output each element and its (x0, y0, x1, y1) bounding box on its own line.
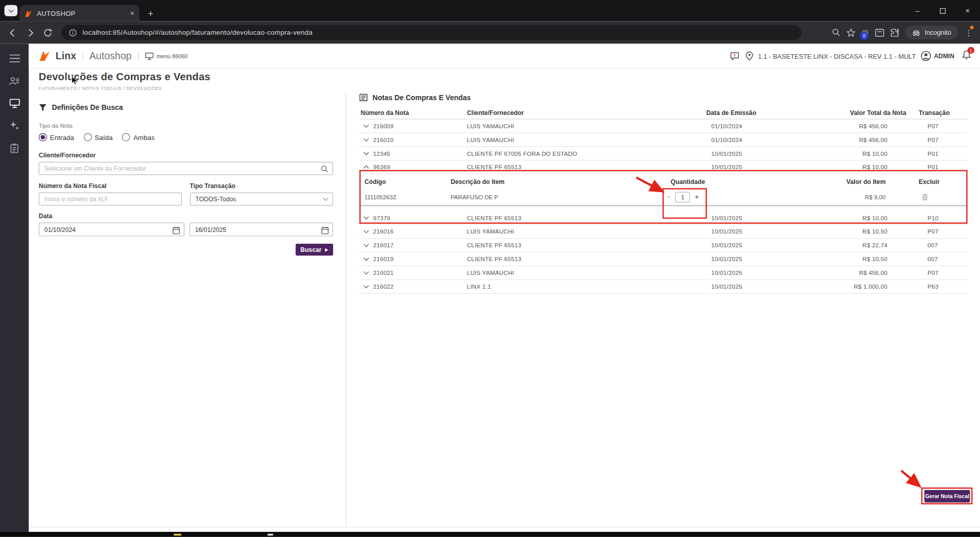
radio-ambas[interactable]: Ambas (122, 133, 155, 142)
col-data: Data de Emissão (706, 109, 850, 116)
radio-entrada-label: Entrada (50, 133, 74, 141)
bookmark-star-icon[interactable] (847, 28, 856, 37)
extension-with-badge-icon[interactable]: 0 (861, 29, 870, 37)
date-start-input[interactable] (39, 223, 184, 236)
annotation-box-quantity (663, 188, 707, 219)
location-pin-icon[interactable] (745, 51, 753, 60)
cell-valor: R$ 22,74 (850, 242, 919, 248)
cell-numero: 216022 (373, 283, 393, 290)
cell-valor: R$ 10,00 (850, 150, 919, 157)
rows-top: 216009 LUIS YAMAUCHI 01/10/2024 R$ 456,0… (359, 120, 967, 161)
radio-entrada[interactable]: Entrada (39, 133, 74, 142)
radio-unselected-icon[interactable] (122, 133, 130, 142)
table-row[interactable]: 216022 LINX 1.1 10/01/2025 R$ 1.000,00 P… (359, 280, 967, 294)
chevron-down-icon (8, 7, 13, 12)
hamburger-menu-icon[interactable] (5, 51, 24, 65)
cell-numero: 216010 (373, 136, 393, 143)
chevron-down-icon[interactable] (364, 269, 369, 274)
play-icon (325, 248, 329, 251)
linx-logo (39, 50, 51, 62)
transacao-label: Tipo Transação (190, 182, 333, 189)
taskbar-item (268, 534, 273, 536)
col-valor: Valor Total da Nota (850, 109, 919, 116)
window-close-button[interactable]: × (955, 0, 980, 21)
three-dots: ⋮ (965, 28, 973, 37)
table-row[interactable]: 216010 LUIS YAMAUCHI 01/10/2024 R$ 456,0… (359, 133, 967, 147)
table-row[interactable]: 216021 LUIS YAMAUCHI 10/01/2025 R$ 456,0… (359, 266, 967, 280)
site-info-icon[interactable] (69, 29, 77, 37)
radio-selected-icon[interactable] (39, 133, 47, 142)
back-button[interactable] (4, 24, 21, 41)
new-tab-button[interactable]: + (144, 6, 157, 20)
forward-button[interactable] (21, 24, 39, 41)
annotation-arrow-quantity (634, 176, 666, 195)
chevron-down-icon[interactable] (364, 150, 369, 155)
tipo-nota-label: Tipo da Nota (39, 122, 333, 129)
search-icon[interactable] (321, 165, 329, 176)
reload-button[interactable] (39, 24, 56, 41)
chevron-down-icon[interactable] (364, 122, 369, 127)
browser-tab[interactable]: AUTOSHOP × (19, 5, 139, 21)
buscar-button[interactable]: Buscar (296, 244, 333, 255)
mouse-cursor (71, 76, 79, 86)
nf-input[interactable] (39, 193, 182, 206)
incognito-icon (912, 29, 921, 36)
address-bar[interactable]: localhost:85/Autoshop/#/autoshop/faturam… (61, 25, 801, 40)
sidebar-monitor-icon[interactable] (5, 96, 24, 110)
url-text[interactable]: localhost:85/Autoshop/#/autoshop/faturam… (82, 29, 312, 36)
cell-transacao: P07 (919, 123, 967, 129)
user-avatar-icon[interactable] (921, 51, 931, 61)
tab-search-button[interactable] (5, 5, 18, 16)
sidebar-people-icon[interactable] (5, 74, 24, 87)
zoom-icon[interactable] (832, 28, 841, 37)
chevron-down-icon[interactable] (364, 255, 369, 261)
table-row[interactable]: 216017 CLIENTE PF 65513 10/01/2025 R$ 22… (359, 239, 967, 252)
chevron-down-icon[interactable] (364, 242, 369, 247)
table-row[interactable]: 216009 LUIS YAMAUCHI 01/10/2024 R$ 456,0… (359, 120, 967, 133)
cell-numero: 216019 (373, 255, 393, 262)
radio-unselected-icon[interactable] (83, 133, 91, 142)
menu-number-label: menu 86060 (156, 53, 188, 59)
cell-transacao: P07 (919, 136, 967, 143)
extensions-puzzle-icon[interactable] (890, 28, 899, 37)
maximize-icon (940, 8, 945, 13)
tab-close-icon[interactable]: × (130, 9, 134, 17)
tab-title: AUTOSHOP (37, 9, 126, 17)
taskbar-item (174, 533, 181, 535)
cell-valor: R$ 1.000,00 (850, 283, 919, 290)
cell-cliente: LUIS YAMAUCHI (467, 269, 706, 276)
sidebar-sparkles-icon[interactable] (5, 119, 24, 132)
notifications-bell-icon[interactable]: 1 (962, 50, 971, 62)
chevron-down-icon[interactable] (364, 136, 369, 141)
cell-transacao: P07 (919, 228, 967, 235)
col-transacao: Transação (919, 109, 967, 116)
header-divider (82, 51, 83, 61)
date-start-wrap (39, 222, 184, 236)
cell-cliente: CLIENTE PF 65513 (467, 242, 706, 248)
data-label: Data (39, 213, 333, 219)
radio-saida-label: Saída (95, 133, 112, 141)
cliente-input[interactable] (39, 162, 333, 175)
tipo-nota-radio-group: Entrada Saída Ambas (39, 133, 333, 142)
chevron-down-icon[interactable] (364, 228, 369, 233)
footer-divider (29, 527, 980, 527)
date-end-input[interactable] (190, 223, 333, 236)
transacao-select[interactable]: TODOS-Todos (190, 193, 333, 206)
linx-favicon (25, 9, 33, 17)
window-maximize-button[interactable] (930, 0, 955, 21)
col-cliente: Cliente/Fornecedor (467, 109, 706, 116)
table-row[interactable]: 216016 LUIS YAMAUCHI 10/01/2025 R$ 10,50… (359, 225, 967, 239)
notes-panel-title: Notas De Compras E Vendas (372, 94, 471, 101)
chevron-down-icon[interactable] (364, 283, 369, 288)
calendar-icon[interactable] (321, 226, 329, 237)
calendar-icon[interactable] (173, 226, 180, 237)
feedback-alert-icon[interactable] (730, 52, 739, 60)
table-row[interactable]: 216019 CLIENTE PF 65513 10/01/2025 R$ 10… (359, 252, 967, 266)
reading-list-icon[interactable] (875, 29, 884, 37)
table-row[interactable]: 12345 CLIENTE PF 67005 FORA DO ESTADO 10… (359, 147, 967, 160)
browser-menu-icon[interactable]: ⋮ (964, 28, 974, 37)
cell-data: 10/01/2025 (706, 242, 850, 248)
sidebar-clipboard-icon[interactable] (5, 141, 24, 155)
window-minimize-button[interactable]: – (905, 0, 930, 21)
radio-saida[interactable]: Saída (83, 133, 112, 142)
